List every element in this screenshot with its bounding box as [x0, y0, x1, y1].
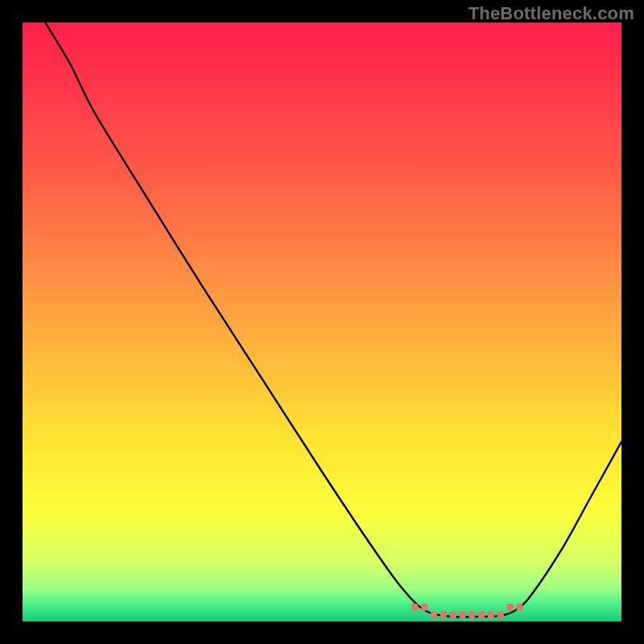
curve-marker [460, 611, 466, 618]
curve-marker [440, 611, 447, 618]
chart-frame: TheBottleneck.com [0, 0, 644, 644]
curve-marker [488, 611, 494, 618]
curve-marker [421, 604, 427, 611]
curve-marker [497, 611, 504, 618]
curve-marker [517, 604, 523, 611]
curve-marker [431, 611, 437, 618]
curve-marker [411, 604, 418, 611]
curve-marker [478, 611, 485, 618]
chart-svg [23, 23, 621, 621]
curve-marker [507, 604, 514, 611]
gradient-background [23, 23, 621, 621]
plot-area [23, 23, 621, 621]
watermark: TheBottleneck.com [469, 3, 634, 24]
curve-marker [450, 611, 456, 618]
curve-marker [469, 611, 475, 618]
